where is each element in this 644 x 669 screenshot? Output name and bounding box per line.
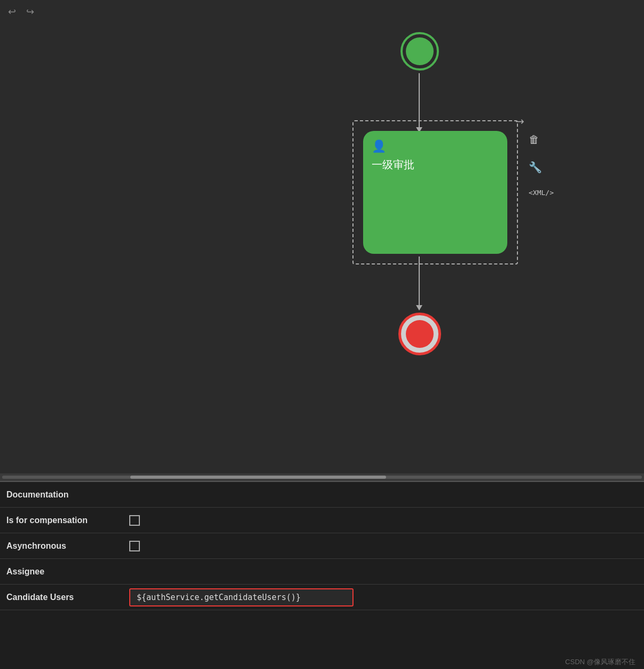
watermark: CSDN @像风琢磨不住 bbox=[565, 657, 635, 667]
task-node[interactable]: 👤 一级审批 bbox=[363, 131, 507, 254]
edit-icon[interactable]: 🔧 bbox=[529, 161, 554, 174]
redo-icon[interactable]: ↪ bbox=[22, 4, 37, 19]
assignee-row: Assignee bbox=[0, 559, 644, 585]
is-for-compensation-checkbox[interactable] bbox=[129, 515, 140, 526]
assignee-label: Assignee bbox=[6, 567, 129, 577]
task-label: 一级审批 bbox=[372, 158, 499, 172]
xml-icon[interactable]: <XML/> bbox=[529, 189, 554, 197]
canvas-area: ↩ ↪ 👤 一级审批 ↗ 🗑 🔧 <XML/> bbox=[0, 0, 644, 481]
candidate-users-row: Candidate Users bbox=[0, 585, 644, 610]
delete-icon[interactable]: 🗑 bbox=[529, 134, 554, 146]
asynchronous-label: Asynchronous bbox=[6, 541, 129, 551]
end-event-inner bbox=[406, 320, 434, 348]
asynchronous-checkbox[interactable] bbox=[129, 541, 140, 551]
candidate-users-label: Candidate Users bbox=[6, 593, 129, 602]
node-toolbar: 🗑 🔧 <XML/> bbox=[529, 134, 554, 197]
documentation-row: Documentation bbox=[0, 482, 644, 508]
asynchronous-row: Asynchronous bbox=[0, 533, 644, 559]
documentation-label: Documentation bbox=[6, 490, 129, 500]
scrollbar-thumb[interactable] bbox=[130, 476, 386, 479]
start-event[interactable] bbox=[400, 32, 439, 71]
end-event[interactable] bbox=[398, 313, 441, 355]
undo-icon[interactable]: ↩ bbox=[4, 4, 19, 19]
top-toolbar: ↩ ↪ bbox=[4, 4, 37, 19]
start-event-inner bbox=[406, 37, 434, 65]
is-for-compensation-label: Is for compensation bbox=[6, 516, 129, 525]
is-for-compensation-row: Is for compensation bbox=[0, 508, 644, 533]
properties-panel: Documentation Is for compensation Asynch… bbox=[0, 481, 644, 669]
scrollbar-track bbox=[2, 476, 642, 479]
user-icon: 👤 bbox=[372, 139, 499, 153]
candidate-users-input[interactable] bbox=[129, 588, 354, 606]
horizontal-scrollbar[interactable] bbox=[0, 473, 644, 481]
arrow-task-to-end bbox=[419, 256, 420, 310]
